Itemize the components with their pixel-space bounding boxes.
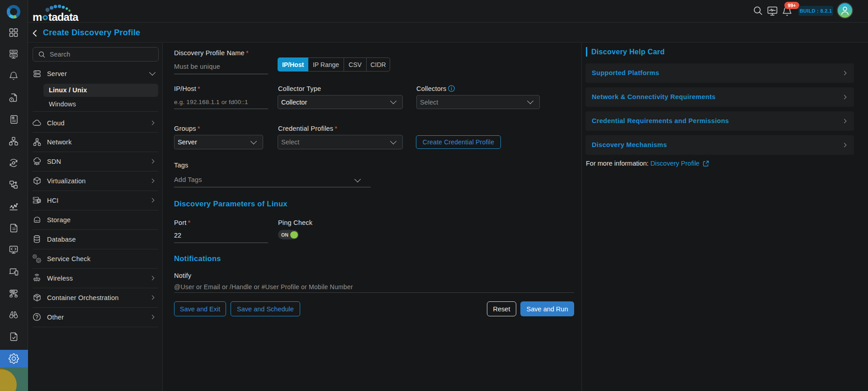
- svg-text:m: m: [33, 11, 42, 22]
- svg-text:tadata: tadata: [48, 11, 79, 22]
